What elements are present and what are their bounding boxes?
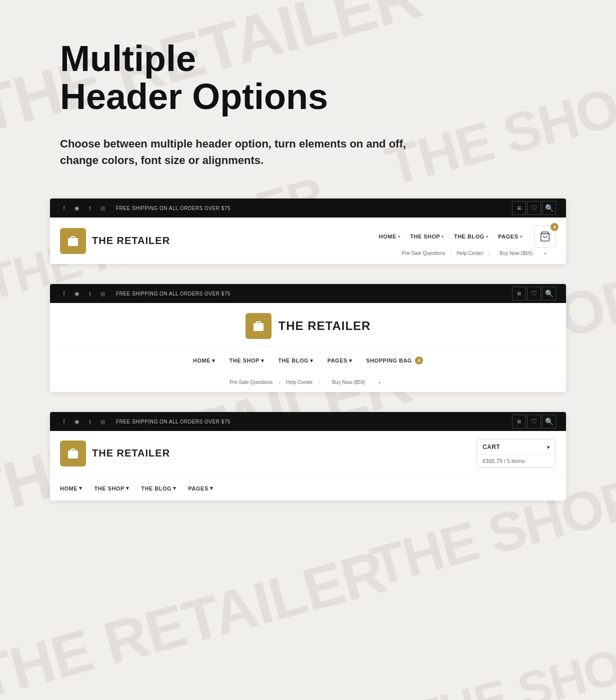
shipping-text-1: FREE SHIPPING ON ALL ORDERS OVER $75 xyxy=(116,206,230,211)
chevron-blog-3: ▾ xyxy=(173,485,176,492)
chevron-pages-1: ▾ xyxy=(520,234,522,239)
bag-logo-svg-1 xyxy=(66,234,80,248)
nav-main-1: HOME ▾ THE SHOP ▾ THE BLOG ▾ PAGES xyxy=(375,226,556,248)
chevron-shop-3: ▾ xyxy=(126,485,130,492)
twitter-icon-3[interactable]: t xyxy=(86,418,94,426)
menu-icon-btn-2[interactable]: ≡ xyxy=(512,286,526,300)
buynow-chevron-2: ▾ xyxy=(372,380,386,385)
chevron-blog-1: ▾ xyxy=(486,234,488,239)
header-3-main: THE RETAILER CART ▾ €365.79 / 5 items xyxy=(50,431,566,476)
svg-rect-2 xyxy=(254,323,264,331)
wishlist-icon-btn-3[interactable]: ♡ xyxy=(527,414,541,428)
presale-link-2[interactable]: Pre-Sale Questions xyxy=(224,380,279,385)
messenger-icon-3[interactable]: ◉ xyxy=(73,418,81,426)
nav-area-1: HOME ▾ THE SHOP ▾ THE BLOG ▾ PAGES xyxy=(375,226,556,256)
logo-icon-2 xyxy=(246,313,272,339)
top-bar-3: f ◉ t ◎ FREE SHIPPING ON ALL ORDERS OVER… xyxy=(50,412,566,431)
menu-icon-btn-3[interactable]: ≡ xyxy=(512,414,526,428)
messenger-icon-2[interactable]: ◉ xyxy=(73,290,81,298)
facebook-icon-2[interactable]: f xyxy=(60,290,68,298)
instagram-icon-3[interactable]: ◎ xyxy=(99,418,107,426)
chevron-shop-1: ▾ xyxy=(442,234,444,239)
cart-dropdown-chevron-3: ▾ xyxy=(547,444,550,450)
header-2-main: THE RETAILER HOME ▾ THE SHOP ▾ THE BLOG … xyxy=(50,303,566,392)
buynow-link-1[interactable]: Buy Now ($59) ▾ xyxy=(490,250,556,256)
chevron-pages-3: ▾ xyxy=(210,485,214,492)
header-demo-2: f ◉ t ◎ FREE SHIPPING ON ALL ORDERS OVER… xyxy=(50,284,566,392)
bag-logo-svg-2 xyxy=(252,319,266,333)
nav-home-1[interactable]: HOME ▾ xyxy=(375,232,404,242)
nav-blog-1[interactable]: THE BLOG ▾ xyxy=(450,232,492,242)
messenger-icon[interactable]: ◉ xyxy=(73,204,81,212)
cart-icon-1[interactable]: 4 xyxy=(534,226,556,248)
nav-shop-1[interactable]: THE SHOP ▾ xyxy=(406,232,448,242)
cart-badge-1: 4 xyxy=(550,223,558,231)
instagram-icon[interactable]: ◎ xyxy=(99,204,107,212)
facebook-icon[interactable]: f xyxy=(60,204,68,212)
nav-shop-2[interactable]: THE SHOP ▾ xyxy=(222,354,272,368)
top-bar-right-1: ≡ ♡ 🔍 xyxy=(512,201,556,215)
nav-shop-3[interactable]: THE SHOP ▾ xyxy=(94,482,136,494)
twitter-icon-2[interactable]: t xyxy=(86,290,94,298)
hero-section: Multiple Header Options Choose between m… xyxy=(20,0,596,198)
header-1-main: THE RETAILER HOME ▾ THE SHOP ▾ THE B xyxy=(50,218,566,264)
buynow-link-2[interactable]: Buy Now ($59) ▾ xyxy=(320,380,392,385)
hero-subtitle: Choose between multiple header option, t… xyxy=(60,136,420,168)
twitter-icon[interactable]: t xyxy=(86,204,94,212)
chevron-pages-2: ▾ xyxy=(349,358,352,364)
nav-pages-1[interactable]: PAGES ▾ xyxy=(494,232,526,242)
search-icon-btn-1[interactable]: 🔍 xyxy=(542,201,556,215)
logo-icon-3 xyxy=(60,440,86,466)
nav-home-3[interactable]: HOME ▾ xyxy=(60,482,90,494)
nav-home-2[interactable]: HOME ▾ xyxy=(186,354,222,368)
instagram-icon-2[interactable]: ◎ xyxy=(99,290,107,298)
header-demo-3: f ◉ t ◎ FREE SHIPPING ON ALL ORDERS OVER… xyxy=(50,412,566,500)
svg-rect-3 xyxy=(68,450,78,458)
chevron-shop-2: ▾ xyxy=(261,358,264,364)
cart-dropdown-3[interactable]: CART ▾ €365.79 / 5 items xyxy=(476,439,556,468)
nav-blog-3[interactable]: THE BLOG ▾ xyxy=(141,482,183,494)
presale-link-1[interactable]: Pre-Sale Questions xyxy=(397,250,450,256)
nav-blog-2[interactable]: THE BLOG ▾ xyxy=(271,354,320,368)
nav-2: HOME ▾ THE SHOP ▾ THE BLOG ▾ PAGES ▾ xyxy=(60,347,556,368)
top-bar-left-3: f ◉ t ◎ FREE SHIPPING ON ALL ORDERS OVER… xyxy=(60,418,230,426)
hero-title: Multiple Header Options xyxy=(60,40,596,116)
logo-1[interactable]: THE RETAILER xyxy=(60,228,170,254)
logo-3[interactable]: THE RETAILER xyxy=(60,440,170,466)
chevron-home-1: ▾ xyxy=(398,234,400,239)
shipping-text-2: FREE SHIPPING ON ALL ORDERS OVER $75 xyxy=(116,291,230,296)
top-bar-left-1: f ◉ t ◎ FREE SHIPPING ON ALL ORDERS OVER… xyxy=(60,204,230,212)
top-bar-2: f ◉ t ◎ FREE SHIPPING ON ALL ORDERS OVER… xyxy=(50,284,566,303)
svg-rect-0 xyxy=(68,238,78,246)
nav-pages-2[interactable]: PAGES ▾ xyxy=(320,354,360,368)
top-bar-left-2: f ◉ t ◎ FREE SHIPPING ON ALL ORDERS OVER… xyxy=(60,290,230,298)
nav-3: HOME ▾ THE SHOP ▾ THE BLOG ▾ PAGES ▾ xyxy=(50,476,566,500)
wishlist-icon-btn-1[interactable]: ♡ xyxy=(527,201,541,215)
buynow-chevron-1: ▾ xyxy=(539,252,551,256)
top-bar-right-2: ≡ ♡ 🔍 xyxy=(512,286,556,300)
nav-secondary-2: Pre-Sale Questions | Help Center | Buy N… xyxy=(224,376,392,392)
search-icon-btn-2[interactable]: 🔍 xyxy=(542,286,556,300)
chevron-blog-2: ▾ xyxy=(310,358,314,364)
menu-icon-btn-1[interactable]: ≡ xyxy=(512,201,526,215)
logo-icon-1 xyxy=(60,228,86,254)
bag-count-2: 4 xyxy=(415,356,423,364)
helpcenter-link-1[interactable]: Help Center xyxy=(452,250,488,256)
headers-container: f ◉ t ◎ FREE SHIPPING ON ALL ORDERS OVER… xyxy=(20,198,596,540)
shopping-bag-2[interactable]: SHOPPING BAG 4 xyxy=(359,352,430,368)
helpcenter-link-2[interactable]: Help Center xyxy=(280,380,318,385)
nav-pages-3[interactable]: PAGES ▾ xyxy=(188,482,220,494)
shipping-text-3: FREE SHIPPING ON ALL ORDERS OVER $75 xyxy=(116,419,230,424)
logo-2[interactable]: THE RETAILER xyxy=(246,313,371,339)
facebook-icon-3[interactable]: f xyxy=(60,418,68,426)
wishlist-icon-btn-2[interactable]: ♡ xyxy=(527,286,541,300)
bag-logo-svg-3 xyxy=(66,446,80,460)
search-icon-btn-3[interactable]: 🔍 xyxy=(542,414,556,428)
header-demo-1: f ◉ t ◎ FREE SHIPPING ON ALL ORDERS OVER… xyxy=(50,198,566,264)
logo-name-2: THE RETAILER xyxy=(278,319,371,333)
logo-name-1: THE RETAILER xyxy=(92,235,170,246)
cart-dropdown-header-3[interactable]: CART ▾ xyxy=(476,440,556,455)
chevron-home-2: ▾ xyxy=(212,358,216,364)
chevron-home-3: ▾ xyxy=(79,485,82,492)
cart-details-3: €365.79 / 5 items xyxy=(476,455,556,467)
